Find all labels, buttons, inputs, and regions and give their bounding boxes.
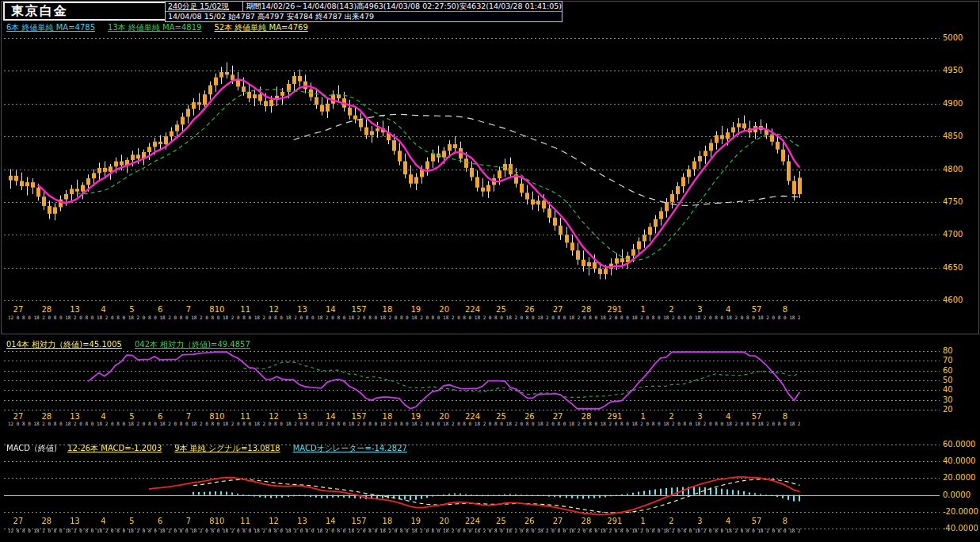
- rsi-axis-label: 20: [943, 406, 953, 414]
- x-axis-label: 5: [129, 306, 134, 314]
- x-axis-label: 157: [352, 413, 367, 421]
- rsi-axis-label: 60: [943, 367, 953, 375]
- x-axis-label: 14: [326, 306, 336, 314]
- legend-item: 014本 相対力（終値)=45.1005: [6, 340, 122, 349]
- x-axis-label: 26: [524, 413, 535, 421]
- x-axis-label: 26: [524, 306, 535, 314]
- ma-legend: 6本 終値単純 MA=478513本 終値単純 MA=481952本 終値単純 …: [6, 22, 321, 33]
- rsi-canvas[interactable]: [4, 349, 940, 412]
- x-axis-label: 3: [697, 306, 702, 314]
- x-axis-label: 18: [383, 413, 393, 421]
- macd-axis-label: 0.0000: [943, 491, 970, 499]
- rsi-axis-label: 70: [943, 357, 953, 365]
- hour-axis-row: 12 0 8 0 18 2 0 8 0 18 2 0 8 0 18 2 0 8 …: [8, 421, 800, 427]
- x-axis-label: 20: [439, 413, 449, 421]
- x-axis-label: 4: [101, 306, 105, 314]
- x-axis-label: 7: [186, 413, 191, 421]
- timeframe-label: 240分足 15/02現: [166, 2, 243, 11]
- x-axis-label: 13: [70, 413, 80, 421]
- rsi-axis-label: 50: [943, 376, 953, 384]
- x-axis-label: 14: [326, 413, 336, 421]
- trading-chart-window: 東京白金 240分足 15/02現 期間14/02/26～14/04/08(14…: [0, 0, 980, 542]
- x-axis-label: 2: [669, 306, 673, 314]
- x-axis-label: 28: [582, 413, 592, 421]
- x-axis-label: 5: [129, 413, 134, 421]
- info-row-period: 240分足 15/02現 期間14/02/26～14/04/08(143)高49…: [166, 2, 562, 11]
- legend-item: 13本 終値単純 MA=4819: [108, 23, 201, 32]
- price-axis-label: 5000: [943, 34, 963, 42]
- price-axis-label: 4650: [943, 264, 963, 272]
- price-axis-label: 4700: [943, 231, 963, 239]
- legend-item: MACDオシレーター=-14.2827: [293, 444, 407, 452]
- instrument-title: 東京白金: [3, 2, 168, 21]
- x-axis-label: 6: [158, 306, 162, 314]
- x-axis-label: 28: [582, 306, 592, 314]
- x-axis-label: 25: [496, 413, 506, 421]
- x-axis-label: 11: [240, 306, 250, 314]
- x-axis-label: 4: [101, 413, 105, 421]
- x-axis-label: 13: [70, 306, 80, 314]
- x-axis-label: 12: [269, 306, 279, 314]
- x-axis-label: 12: [269, 413, 279, 421]
- x-axis-label: 4: [726, 306, 730, 314]
- macd-axis-label: -20.0000: [943, 508, 978, 516]
- x-axis-label: 291: [607, 413, 622, 421]
- x-axis-label: 1: [640, 413, 645, 421]
- x-axis-label: 19: [410, 413, 421, 421]
- x-axis-label: 7: [186, 306, 191, 314]
- x-axis-label: 57: [752, 306, 762, 314]
- x-axis-label: 27: [553, 413, 563, 421]
- x-axis-label: 11: [240, 413, 250, 421]
- x-axis-label: 810: [209, 306, 224, 314]
- macd-axis-label: 20.0000: [943, 474, 975, 482]
- quote-info-box: 240分足 15/02現 期間14/02/26～14/04/08(143)高49…: [165, 1, 562, 22]
- rsi-axis-label: 40: [943, 386, 953, 394]
- x-axis-label: 27: [553, 306, 563, 314]
- legend-item: 9本 単純 シグナル=13.0818: [174, 444, 280, 452]
- x-axis-label: 13: [297, 306, 307, 314]
- legend-item: 042本 相対力（終値)=49.4857: [135, 340, 250, 349]
- price-axis-label: 4850: [943, 132, 963, 140]
- macd-axis-label: -40.0000: [943, 525, 978, 532]
- x-axis-label: 8: [783, 413, 787, 421]
- x-axis-label: 4: [726, 413, 730, 421]
- rsi-axis-label: 80: [943, 347, 953, 355]
- x-axis-label: 224: [465, 306, 480, 314]
- x-axis-label: 2: [669, 413, 673, 421]
- macd-header: MACD（終値) 12-26本 MACD=-1.20039本 単純 シグナル=1…: [6, 443, 420, 454]
- x-axis-label: 27: [13, 413, 24, 421]
- x-axis-label: 57: [752, 413, 762, 421]
- x-axis-label: 25: [496, 306, 506, 314]
- period-range-label: 期間14/02/26～14/04/08(143)高4963(14/03/08 0…: [243, 2, 562, 11]
- x-axis-label: 224: [465, 413, 480, 421]
- legend-item: 52本 終値単純 MA=4769: [214, 23, 307, 32]
- x-axis-label: 291: [607, 306, 622, 314]
- macd-axis-label: 60.0000: [943, 441, 975, 448]
- hour-axis-row: 12 0 8 0 18 2 0 8 0 18 2 0 8 0 18 2 0 8 …: [8, 315, 800, 321]
- x-axis-label: 19: [410, 306, 421, 314]
- x-axis-label: 20: [439, 306, 449, 314]
- x-axis-label: 28: [41, 413, 51, 421]
- macd-canvas[interactable]: [4, 441, 940, 532]
- candlestick-canvas[interactable]: [4, 35, 940, 305]
- x-axis-label: 13: [297, 413, 307, 421]
- x-axis-label: 3: [697, 413, 702, 421]
- legend-item: 12-26本 MACD=-1.2003: [67, 444, 162, 452]
- price-axis-label: 4600: [943, 296, 963, 304]
- price-axis-label: 4900: [943, 100, 963, 108]
- x-axis-label: 157: [352, 306, 367, 314]
- x-axis-label: 1: [640, 306, 645, 314]
- x-axis-label: 27: [13, 306, 24, 314]
- x-axis-label: 810: [209, 413, 224, 421]
- x-axis-label: 8: [783, 306, 787, 314]
- x-axis-label: 28: [41, 306, 51, 314]
- rsi-axis-label: 30: [943, 396, 953, 404]
- rsi-header: 014本 相対力（終値)=45.1005042本 相対力（終値)=49.4857: [6, 339, 263, 350]
- price-axis-label: 4950: [943, 67, 963, 74]
- legend-item: 6本 終値単純 MA=4785: [6, 23, 95, 32]
- x-axis-label: 18: [383, 306, 393, 314]
- ohlc-quote-line: 14/04/08 15/02 始4787 高4797 安4784 終4787 出…: [166, 11, 562, 21]
- price-axis-label: 4800: [943, 166, 963, 174]
- macd-title: MACD（終値): [6, 444, 57, 452]
- macd-axis-label: 40.0000: [943, 457, 975, 465]
